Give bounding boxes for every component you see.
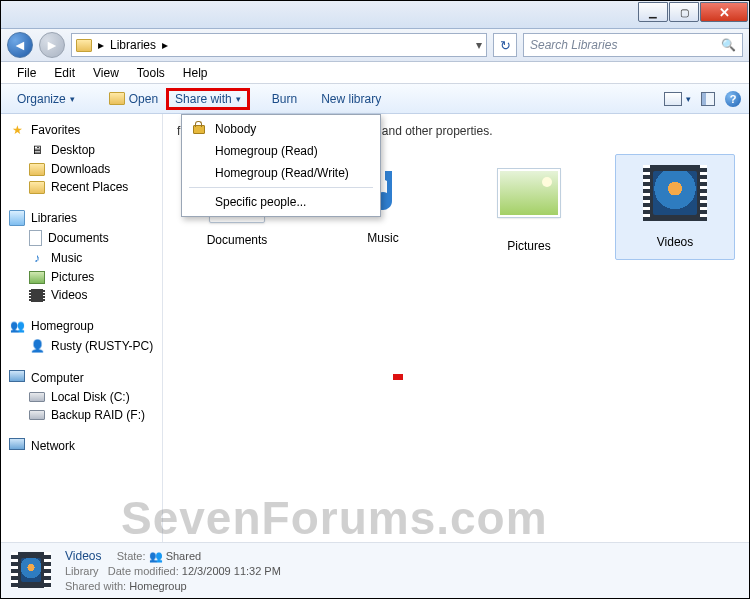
tree-local-disk[interactable]: Local Disk (C:) [5, 388, 158, 406]
help-button[interactable]: ? [725, 91, 741, 107]
disk-icon [29, 410, 45, 420]
tree-videos[interactable]: Videos [5, 286, 158, 304]
music-icon: ♪ [29, 250, 45, 266]
library-pictures[interactable]: Pictures [469, 154, 589, 260]
menu-file[interactable]: File [9, 64, 44, 82]
details-shared-value: Homegroup [129, 580, 186, 592]
document-icon [29, 230, 42, 246]
breadcrumb-sep-icon: ▸ [162, 38, 168, 52]
maximize-icon: ▢ [680, 7, 689, 18]
details-state-label: State: [117, 550, 146, 562]
share-with-button[interactable]: Share with [166, 88, 250, 110]
tree-computer[interactable]: Computer [5, 368, 158, 388]
tree-favorites[interactable]: ★Favorites [5, 120, 158, 140]
library-videos[interactable]: Videos [615, 154, 735, 260]
homegroup-icon: 👥 [9, 318, 25, 334]
details-state-value: Shared [166, 550, 201, 562]
menu-help[interactable]: Help [175, 64, 216, 82]
shared-icon: 👥 [149, 550, 163, 562]
view-mode-button[interactable]: ▾ [664, 92, 691, 106]
search-input[interactable]: Search Libraries 🔍 [523, 33, 743, 57]
menu-view[interactable]: View [85, 64, 127, 82]
tree-desktop[interactable]: 🖥Desktop [5, 140, 158, 160]
menu-tools[interactable]: Tools [129, 64, 173, 82]
breadcrumb-sep-icon: ▸ [98, 38, 104, 52]
breadcrumb-dropdown-icon[interactable]: ▾ [476, 38, 482, 52]
tree-downloads[interactable]: Downloads [5, 160, 158, 178]
details-mod-value: 12/3/2009 11:32 PM [182, 565, 281, 577]
details-shared-label: Shared with: [65, 580, 126, 592]
disk-icon [29, 392, 45, 402]
tree-recent-places[interactable]: Recent Places [5, 178, 158, 196]
share-homegroup-readwrite[interactable]: Homegroup (Read/Write) [185, 162, 377, 184]
preview-pane-button[interactable] [701, 92, 715, 106]
share-homegroup-read[interactable]: Homegroup (Read) [185, 140, 377, 162]
close-icon: ✕ [719, 5, 730, 20]
tree-pictures[interactable]: Pictures [5, 268, 158, 286]
details-pane: Videos State: 👥 Shared Library Date modi… [1, 542, 749, 598]
folder-icon [29, 163, 45, 176]
libraries-icon [9, 210, 25, 226]
folder-icon [29, 181, 45, 194]
tree-homegroup[interactable]: 👥Homegroup [5, 316, 158, 336]
back-button[interactable]: ◄ [7, 32, 33, 58]
breadcrumb-folder-icon [76, 39, 92, 52]
computer-icon [9, 370, 25, 386]
toolbar: Organize Open Share with Burn New librar… [1, 84, 749, 114]
organize-button[interactable]: Organize [9, 89, 83, 109]
titlebar: ▁ ▢ ✕ [1, 1, 749, 29]
tree-music[interactable]: ♪Music [5, 248, 158, 268]
share-with-dropdown: Nobody Homegroup (Read) Homegroup (Read/… [181, 114, 381, 217]
tree-documents[interactable]: Documents [5, 228, 158, 248]
network-icon [9, 438, 25, 454]
videos-icon [643, 165, 707, 221]
minimize-icon: ▁ [649, 7, 657, 18]
pictures-icon [498, 169, 560, 217]
menu-bar: File Edit View Tools Help [1, 62, 749, 84]
tree-backup-raid[interactable]: Backup RAID (F:) [5, 406, 158, 424]
breadcrumb-root[interactable]: Libraries [110, 38, 156, 52]
tree-network[interactable]: Network [5, 436, 158, 456]
desktop-icon: 🖥 [29, 142, 45, 158]
forward-button[interactable]: ► [39, 32, 65, 58]
search-placeholder: Search Libraries [530, 38, 617, 52]
tree-libraries[interactable]: Libraries [5, 208, 158, 228]
close-button[interactable]: ✕ [700, 2, 748, 22]
breadcrumb[interactable]: ▸ Libraries ▸ ▾ [71, 33, 487, 57]
minimize-button[interactable]: ▁ [638, 2, 668, 22]
chevron-down-icon: ▾ [686, 94, 691, 104]
person-icon: 👤 [29, 338, 45, 354]
nav-tree: ★Favorites 🖥Desktop Downloads Recent Pla… [1, 114, 163, 542]
details-mod-label: Date modified: [108, 565, 179, 577]
open-button[interactable]: Open [101, 89, 166, 109]
details-title: Videos [65, 549, 101, 563]
annotation-dot [393, 374, 403, 380]
menu-edit[interactable]: Edit [46, 64, 83, 82]
details-thumbnail [11, 552, 51, 590]
new-library-button[interactable]: New library [313, 89, 389, 109]
search-icon: 🔍 [721, 38, 736, 52]
details-type: Library [65, 565, 99, 577]
maximize-button[interactable]: ▢ [669, 2, 699, 22]
separator [189, 187, 373, 188]
lock-icon [193, 121, 205, 133]
burn-button[interactable]: Burn [264, 89, 305, 109]
share-nobody[interactable]: Nobody [185, 118, 377, 140]
share-specific-people[interactable]: Specific people... [185, 191, 377, 213]
nav-bar: ◄ ► ▸ Libraries ▸ ▾ ↻ Search Libraries 🔍 [1, 29, 749, 62]
picture-icon [29, 271, 45, 284]
open-icon [109, 92, 125, 105]
refresh-button[interactable]: ↻ [493, 33, 517, 57]
view-icon [664, 92, 682, 106]
video-icon [29, 289, 45, 302]
star-icon: ★ [9, 122, 25, 138]
tree-rusty[interactable]: 👤Rusty (RUSTY-PC) [5, 336, 158, 356]
